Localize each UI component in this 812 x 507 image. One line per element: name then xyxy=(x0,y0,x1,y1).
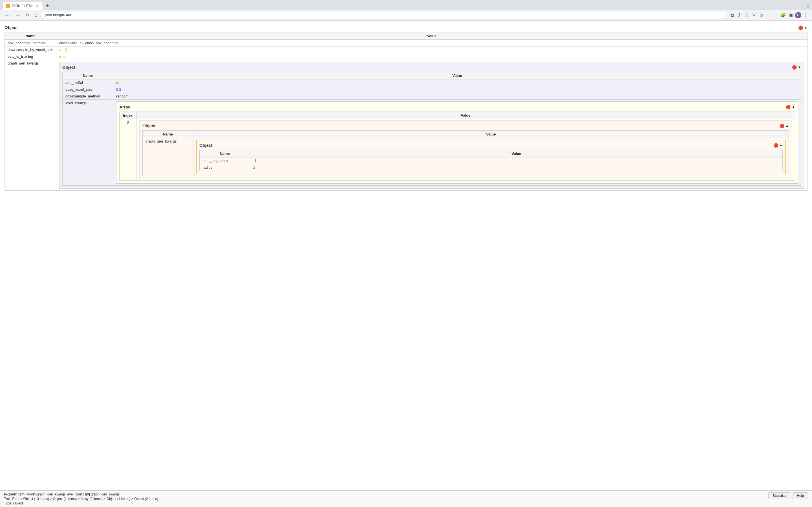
address-bar: ← → ↻ ⌂ ⧉ ⤴ ☆ V ⊙ ◇ ↑ 🧩 ▣ U ⋮ xyxy=(0,10,812,20)
extension-icon-diamond[interactable]: ◇ xyxy=(766,12,771,18)
nested-object-graph-gen-kwargs: Object 🔴 ▲ Name Value xyxy=(59,62,804,189)
table-row: downsample_by_voxel_size (null) xyxy=(5,47,808,53)
status-left: Property path: <root>.graph_gen_kwargs.l… xyxy=(4,492,158,494)
share-icon[interactable]: ⤴ xyxy=(737,12,742,18)
innermost-collapse-icon[interactable]: ▲ xyxy=(779,143,783,148)
inner-object-header: Object 🔴 ▲ xyxy=(142,123,789,128)
extension-icon-arrow[interactable]: ↑ xyxy=(773,12,779,18)
address-input[interactable] xyxy=(42,11,727,18)
statistics-button[interactable]: Statistics xyxy=(768,492,790,494)
val-graph-gen-kwargs: Object 🔴 ▲ Name Value xyxy=(56,60,807,191)
tab-close-button[interactable]: ✕ xyxy=(36,4,39,8)
table-row: add_rnd3d true xyxy=(62,79,801,86)
innermost-object: Object 🔴 ▲ xyxy=(196,140,786,174)
reload-button[interactable]: ↻ xyxy=(24,12,31,18)
key-base-voxel-size: base_voxel_size xyxy=(62,86,113,93)
bookmark-icon[interactable]: ☆ xyxy=(744,12,749,18)
key-inner-graph-gen-kwargs: graph_gen_kwargs xyxy=(142,138,193,176)
avatar-icon[interactable]: U xyxy=(795,12,801,18)
val-radius: 1 xyxy=(250,164,782,171)
copy-icon[interactable]: 🔴 xyxy=(798,25,803,30)
inner-name-header: Name xyxy=(142,131,193,138)
table-row: radius 1 xyxy=(199,164,782,171)
innermost-value-header: Value xyxy=(250,150,782,158)
screen-share-icon[interactable]: ⧉ xyxy=(729,12,735,18)
property-path: Property path: <root>.graph_gen_kwargs.l… xyxy=(4,492,158,494)
val-downsample-method: random xyxy=(113,93,801,100)
val-inner-graph-gen-kwargs: Object 🔴 ▲ xyxy=(193,138,789,176)
array-val-0: Object 🔴 ▲ xyxy=(136,119,795,180)
status-right: Statistics Help xyxy=(768,492,808,494)
inner-object-controls: 🔴 ▲ xyxy=(779,124,789,128)
table-row: eval_is_training true xyxy=(5,53,808,60)
inner-collapse-icon[interactable]: ▲ xyxy=(785,124,789,128)
inner-copy-icon[interactable]: 🔴 xyxy=(779,124,784,128)
array-title: Array xyxy=(119,105,130,109)
array-table: Index Value 0 xyxy=(119,112,795,180)
inner-table: Name Value xyxy=(142,130,789,176)
innermost-name-header: Name xyxy=(199,150,250,158)
val-add-rnd3d: true xyxy=(113,79,801,86)
nested-object-controls: 🔴 ▲ xyxy=(792,65,801,69)
table-row: graph_gen_kwargs Object 🔴 ▲ xyxy=(5,60,808,191)
val-eval-is-training: true xyxy=(56,53,807,60)
root-value-header: Value xyxy=(56,33,807,40)
new-tab-button[interactable]: + xyxy=(44,3,51,9)
table-row: graph_gen_kwargs Object xyxy=(142,138,789,176)
innermost-object-controls: 🔴 ▲ xyxy=(773,143,783,148)
inner-value-header: Value xyxy=(193,131,789,138)
nested-object-header: Object 🔴 ▲ xyxy=(62,65,801,69)
nested-object-title: Object xyxy=(62,65,75,69)
table-row: downsample_method random xyxy=(62,93,801,100)
inner-object-title: Object xyxy=(142,123,156,128)
array-header: Array 🔴 ▲ xyxy=(119,105,795,109)
sidebar-toggle-icon[interactable]: ▣ xyxy=(788,12,794,18)
key-add-rnd3d: add_rnd3d xyxy=(62,79,113,86)
extension-icon-circle[interactable]: ⊙ xyxy=(758,12,764,18)
root-object-header: Object 🔴 ▲ xyxy=(4,25,808,30)
minimize-button[interactable]: ⌄ xyxy=(806,4,810,8)
collapse-icon[interactable]: ▲ xyxy=(804,25,808,30)
table-row: level_configs Array 🔴 ▲ xyxy=(62,100,801,186)
table-row: box_encoding_method classaware_all_class… xyxy=(5,40,808,47)
array-collapse-icon[interactable]: ▲ xyxy=(792,105,795,109)
nested-name-header: Name xyxy=(62,72,113,79)
val-num-neighbors: -1 xyxy=(250,158,782,164)
extension-icon-v[interactable]: V xyxy=(751,12,757,18)
nested-collapse-icon[interactable]: ▲ xyxy=(798,65,801,69)
active-tab[interactable]: J JSON 2 HTML ✕ xyxy=(2,2,43,10)
array-controls: 🔴 ▲ xyxy=(786,105,795,109)
page-content: Object 🔴 ▲ Name Value box_encoding_metho… xyxy=(0,20,812,494)
array-copy-icon[interactable]: 🔴 xyxy=(786,105,791,109)
tab-icon: J xyxy=(6,4,10,8)
innermost-object-title: Object xyxy=(199,143,213,148)
val-level-configs: Array 🔴 ▲ xyxy=(113,100,801,186)
val-base-voxel-size: 0.8 xyxy=(113,86,801,93)
table-row: 0 Object xyxy=(119,119,795,180)
val-box-encoding-method: classaware_all_class_box_encoding xyxy=(56,40,807,47)
key-level-configs: level_configs xyxy=(62,100,113,186)
key-eval-is-training: eval_is_training xyxy=(5,53,56,60)
browser-actions: ⧉ ⤴ ☆ V ⊙ ◇ ↑ 🧩 ▣ U ⋮ xyxy=(729,12,809,18)
help-button[interactable]: Help xyxy=(793,492,808,494)
home-button[interactable]: ⌂ xyxy=(33,12,39,18)
menu-icon[interactable]: ⋮ xyxy=(803,12,809,18)
nested-table: Name Value add_rnd3d true xyxy=(62,72,801,186)
root-table: Name Value box_encoding_method classawar… xyxy=(4,32,808,191)
key-num-neighbors: num_neighbors xyxy=(199,158,250,164)
key-graph-gen-kwargs: graph_gen_kwargs xyxy=(5,60,56,191)
back-button[interactable]: ← xyxy=(3,12,11,18)
innermost-table: Name Value xyxy=(199,150,783,171)
inner-object: Object 🔴 ▲ xyxy=(139,120,792,179)
innermost-copy-icon[interactable]: 🔴 xyxy=(773,143,778,148)
nested-copy-icon[interactable]: 🔴 xyxy=(792,65,797,69)
table-row: base_voxel_size 0.8 xyxy=(62,86,801,93)
tab-title: JSON 2 HTML xyxy=(11,4,34,8)
extension-icon-puzzle[interactable]: 🧩 xyxy=(780,12,786,18)
nested-value-header: Value xyxy=(113,72,801,79)
table-row: num_neighbors -1 xyxy=(199,158,782,164)
forward-button[interactable]: → xyxy=(13,12,21,18)
innermost-object-header: Object 🔴 ▲ xyxy=(199,143,783,148)
val-downsample-by-voxel-size: (null) xyxy=(56,47,807,53)
array-index-header: Index xyxy=(119,112,136,119)
